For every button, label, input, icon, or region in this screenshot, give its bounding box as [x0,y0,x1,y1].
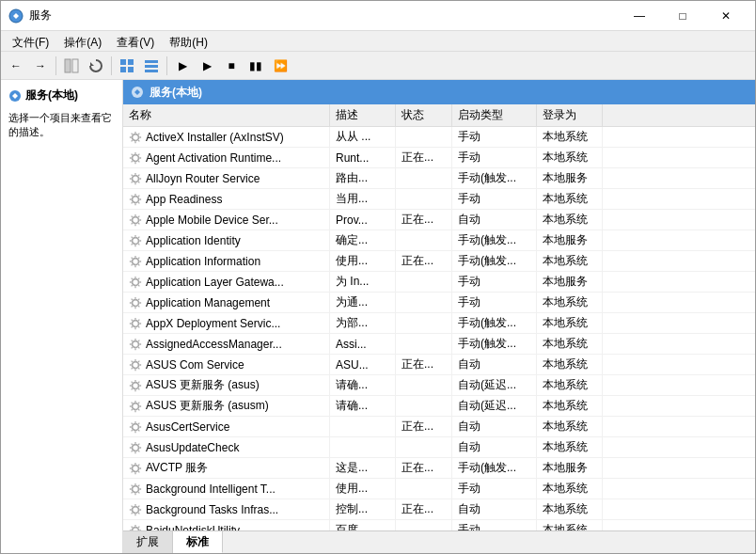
cell-startup: 手动 [452,520,537,530]
col-startup[interactable]: 启动类型 [452,104,537,126]
col-logon[interactable]: 登录为 [537,104,603,126]
cell-startup: 手动 [452,189,537,209]
services-table[interactable]: 名称 描述 状态 启动类型 登录为 ActiveX Installer (AxI… [123,104,755,530]
cell-status [396,437,452,457]
table-row[interactable]: AssignedAccessManager... Assi... 手动(触发..… [123,334,755,355]
tab-extended[interactable]: 扩展 [123,531,173,553]
svg-rect-10 [145,70,158,72]
table-row[interactable]: Background Tasks Infras... 控制... 正在... 自… [123,499,755,520]
view2-icon [144,58,159,73]
table-row[interactable]: AVCTP 服务 这是... 正在... 手动(触发... 本地服务 [123,458,755,479]
svg-point-30 [133,485,139,492]
svg-point-13 [133,134,139,140]
table-row[interactable]: Application Management 为通... 手动 本地系统 [123,293,755,313]
svg-rect-4 [120,59,126,65]
service-gear-icon [129,358,142,372]
table-row[interactable]: AllJoyn Router Service 路由... 手动(触发... 本地… [123,168,755,189]
cell-startup: 手动 [452,272,537,292]
table-row[interactable]: Agent Activation Runtime... Runt... 正在..… [123,148,755,168]
cell-logon: 本地系统 [537,355,603,374]
table-row[interactable]: ASUS 更新服务 (asusm) 请确... 自动(延迟... 本地系统 [123,396,755,417]
cell-desc: 请确... [330,375,396,395]
menu-file[interactable]: 文件(F) [5,33,56,49]
service-gear-icon [129,379,142,392]
menu-view[interactable]: 查看(V) [109,33,162,49]
left-panel-header: 服务(本地) [8,87,115,103]
service-gear-icon [129,193,142,206]
table-row[interactable]: ActiveX Installer (AxInstSV) 从从 ... 手动 本… [123,127,755,148]
restart-service-button[interactable]: ⏩ [269,55,291,77]
minimize-button[interactable]: — [618,2,661,30]
cell-logon: 本地系统 [537,127,603,147]
cell-name: AssignedAccessManager... [123,334,330,354]
table-row[interactable]: Background Intelligent T... 使用... 手动 本地系… [123,479,755,499]
cell-desc: 这是... [330,458,396,478]
cell-startup: 自动 [452,355,537,374]
cell-desc: 确定... [330,230,396,250]
cell-name: Apple Mobile Device Ser... [123,210,330,230]
svg-point-22 [133,320,139,326]
svg-point-17 [133,216,139,223]
table-row[interactable]: AsusCertService 正在... 自动 本地系统 [123,417,755,437]
svg-marker-3 [90,62,94,66]
cell-status [396,127,452,147]
show-console-tree-button[interactable] [60,55,83,77]
view2-button[interactable] [140,55,163,77]
tab-standard[interactable]: 标准 [173,531,223,553]
maximize-button[interactable]: □ [661,2,704,30]
title-text: 服务 [29,8,52,24]
table-row[interactable]: ASUS 更新服务 (asus) 请确... 自动(延迟... 本地系统 [123,375,755,396]
table-row[interactable]: Apple Mobile Device Ser... Prov... 正在...… [123,210,755,230]
col-desc[interactable]: 描述 [330,104,396,126]
svg-rect-2 [72,59,78,72]
svg-rect-7 [128,67,134,72]
start-service-button2[interactable]: ▶ [196,55,218,77]
cell-name: App Readiness [123,189,330,209]
cell-status: 正在... [396,417,452,436]
cell-desc: 使用... [330,251,396,271]
cell-name: Application Layer Gatewa... [123,272,330,292]
services-icon-right [131,86,144,99]
menu-action[interactable]: 操作(A) [56,33,109,49]
cell-desc: Prov... [330,210,396,230]
cell-logon: 本地系统 [537,499,603,519]
table-row[interactable]: Application Information 使用... 正在... 手动(触… [123,251,755,272]
table-row[interactable]: AppX Deployment Servic... 为部... 手动(触发...… [123,313,755,334]
table-row[interactable]: App Readiness 当用... 手动 本地系统 [123,189,755,210]
table-row[interactable]: Application Identity 确定... 手动(触发... 本地服务 [123,230,755,251]
table-row[interactable]: ASUS Com Service ASU... 正在... 自动 本地系统 [123,355,755,375]
stop-service-button[interactable]: ■ [220,55,243,77]
cell-status [396,189,452,209]
col-name[interactable]: 名称 [123,104,330,126]
cell-logon: 本地系统 [537,375,603,395]
svg-point-23 [133,340,139,347]
service-gear-icon [129,151,142,165]
cell-name: Background Intelligent T... [123,479,330,499]
close-button[interactable]: ✕ [704,2,748,30]
forward-button[interactable]: → [29,55,52,77]
service-gear-icon [129,296,142,309]
service-gear-icon [129,172,142,185]
toolbar-separator-1 [55,56,56,75]
table-row[interactable]: BaiduNetdiskUtility 百度... 手动 本地系统 [123,520,755,530]
cell-startup: 自动(延迟... [452,396,537,416]
col-status[interactable]: 状态 [396,104,452,126]
svg-point-29 [133,465,139,471]
menu-help[interactable]: 帮助(H) [162,33,215,49]
cell-startup: 自动 [452,210,537,230]
back-button[interactable]: ← [5,55,27,77]
service-gear-icon [129,400,142,413]
left-panel: 服务(本地) 选择一个项目来查看它的描述。 [1,80,123,553]
table-row[interactable]: AsusUpdateCheck 自动 本地系统 [123,437,755,458]
cell-logon: 本地系统 [537,210,603,230]
table-row[interactable]: Application Layer Gatewa... 为 In... 手动 本… [123,272,755,293]
cell-name: Application Information [123,251,330,271]
title-controls: — □ ✕ [618,2,748,30]
pause-service-button[interactable]: ▮▮ [244,55,267,77]
view1-button[interactable] [116,55,138,77]
refresh-button[interactable] [85,55,107,77]
cell-desc: 使用... [330,479,396,499]
start-service-button[interactable]: ▶ [171,55,194,77]
cell-logon: 本地系统 [537,520,603,530]
svg-rect-5 [128,59,134,65]
